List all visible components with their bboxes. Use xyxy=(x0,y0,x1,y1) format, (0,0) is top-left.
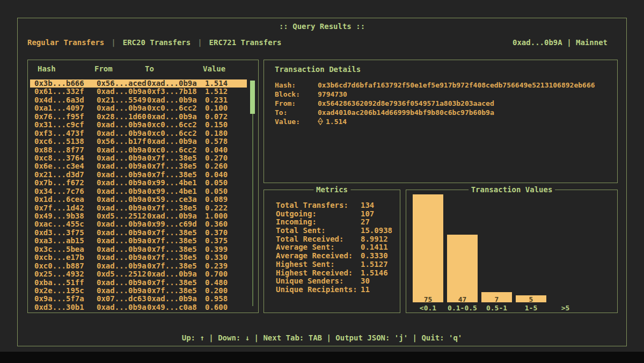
cell-to: 0xad...0b9a xyxy=(147,295,197,303)
chart-bar: 7 xyxy=(481,292,512,302)
table-header: HashFromToValue xyxy=(28,64,258,74)
cell-value: 0.480 xyxy=(205,279,228,287)
scrollbar-thumb[interactable] xyxy=(250,81,255,114)
table-row[interactable]: 0xd3...3f750xad...0b9a0x7f...38e50.370 xyxy=(30,229,247,237)
metric-value-total-sent: 15.0938 xyxy=(361,227,392,235)
cell-from: 0xad...0b9a xyxy=(97,146,147,154)
tab-bar: Regular Transfers|ERC20 Transfers|ERC721… xyxy=(27,38,617,49)
cell-from: 0x21...5549 xyxy=(97,96,147,104)
cell-from: 0xad...0b9a xyxy=(97,179,147,187)
table-row[interactable]: 0x4d...6a3d0x21...55490xad...0b9a0.231 xyxy=(30,96,247,104)
table-row[interactable]: 0x88...8f770xad...0b9a0xc0...6cc20.040 xyxy=(30,146,247,154)
cell-to: 0x7f...38e5 xyxy=(147,171,197,179)
metric-row-highest-sent: Highest Sent:1.5127 xyxy=(264,260,400,269)
metric-label-highest-sent: Highest Sent: xyxy=(276,260,335,269)
cell-hash: 0xc6...5138 xyxy=(34,137,84,146)
table-row[interactable]: 0xd3...30b10xad...0b9a0x49...c0a80.600 xyxy=(30,303,247,311)
tab-erc721-transfers[interactable]: ERC721 Transfers xyxy=(209,38,282,47)
detail-label-from: From: xyxy=(275,99,296,108)
table-row[interactable]: 0xba...51ff0xad...0b9a0x7f...38e50.480 xyxy=(30,279,247,287)
bottom-strip xyxy=(0,352,644,363)
metric-value-outgoing: 107 xyxy=(361,210,374,219)
cell-hash: 0xac...455c xyxy=(34,220,84,228)
cell-to: 0x7f...38e5 xyxy=(147,262,197,270)
cell-value: 0.330 xyxy=(205,253,228,262)
cell-value: 0.399 xyxy=(205,245,228,253)
chart-x-label: <0.1 xyxy=(413,304,443,312)
chart-bar-value: 47 xyxy=(458,295,467,303)
cell-from: 0xad...0b9a xyxy=(97,253,147,262)
table-row[interactable]: 0xac...455c0xad...0b9a0x99...c69d0.360 xyxy=(30,220,247,228)
table-row[interactable]: 0x61...332f0xad...0b9a0xf3...7b181.512 xyxy=(30,88,247,96)
table-row[interactable]: 0x3b...b6660x56...aced0xad...0b9a1.514 xyxy=(30,79,247,88)
chart-bar-value: 7 xyxy=(495,295,499,303)
table-row[interactable]: 0x34...7c760xad...0b9a0x99...4be10.050 xyxy=(30,187,247,195)
cell-from: 0xad...0b9a xyxy=(97,279,147,287)
cell-to: 0x7f...38e5 xyxy=(147,279,197,287)
cell-hash: 0xa1...4097 xyxy=(34,104,84,112)
chart-x-label: 1-5 xyxy=(516,304,546,312)
table-row[interactable]: 0x7b...f6720xad...0b9a0x99...4be10.050 xyxy=(30,179,247,187)
cell-hash: 0x49...9b38 xyxy=(34,212,84,220)
table-row[interactable]: 0xa1...40970xad...0b9a0xc0...6cc20.100 xyxy=(30,104,247,112)
metric-row-highest-received: Highest Received:1.5146 xyxy=(264,269,400,278)
table-row[interactable]: 0x9a...5f7a0x07...dc630xad...0b9a0.958 xyxy=(30,295,247,303)
table-row[interactable]: 0xcb...e17b0xad...0b9a0x7f...38e50.330 xyxy=(30,253,247,262)
cell-hash: 0xa3...ab15 xyxy=(34,237,84,245)
cell-value: 0.375 xyxy=(205,237,228,245)
table-row[interactable]: 0x21...d3d70xad...0b9a0x7f...38e50.040 xyxy=(30,171,247,179)
table-row[interactable]: 0x1d...6cea0xad...0b9a0x59...ce3a0.089 xyxy=(30,195,247,204)
cell-from: 0xad...0b9a xyxy=(97,104,147,112)
cell-to: 0x99...c69d xyxy=(147,220,197,228)
table-row[interactable]: 0x25...49320xd5...25120xad...0b9a0.700 xyxy=(30,270,247,278)
cell-from: 0xd5...2512 xyxy=(97,270,147,278)
detail-value-value: 1.514 xyxy=(318,117,347,127)
cell-value: 0.270 xyxy=(205,154,228,162)
table-row[interactable]: 0xa3...ab150xad...0b9a0x7f...38e50.375 xyxy=(30,237,247,245)
table-row[interactable]: 0x31...c9cf0xad...0b9a0xc0...6cc20.150 xyxy=(30,121,247,129)
metric-row-average-sent: Average Sent:0.1411 xyxy=(264,243,400,252)
table-row[interactable]: 0x76...f95f0x28...1d600xad...0b9a0.072 xyxy=(30,113,247,121)
details-fields: Hash:0x3b6cd7d6bfaf163792f50e1ef5e917b97… xyxy=(264,81,617,126)
cell-to: 0xad...0b9a xyxy=(147,113,197,121)
cell-from: 0xad...0b9a xyxy=(97,121,147,129)
cell-to: 0x7f...38e5 xyxy=(147,204,197,212)
scrollbar-track[interactable] xyxy=(252,114,253,306)
cell-hash: 0x21...d3d7 xyxy=(34,171,84,179)
table-row[interactable]: 0x6e...c3e40xad...0b9a0x7f...38e50.260 xyxy=(30,162,247,170)
cell-from: 0xad...0b9a xyxy=(97,88,147,96)
table-row[interactable]: 0x49...9b380xd5...25120xad...0b9a1.000 xyxy=(30,212,247,220)
detail-value-block: 9794730 xyxy=(318,90,347,99)
metrics-panel-title: Metrics xyxy=(313,185,350,194)
cell-hash: 0x2e...195c xyxy=(34,287,84,295)
cell-from: 0xd5...2512 xyxy=(97,212,147,220)
detail-field-hash: Hash:0x3b6cd7d6bfaf163792f50e1ef5e917b97… xyxy=(264,81,617,90)
column-header-value: Value xyxy=(203,64,225,73)
table-row[interactable]: 0xf3...473f0xad...0b9a0xc0...6cc20.180 xyxy=(30,129,247,137)
details-panel-title: Transaction Details xyxy=(275,65,361,74)
address-network-display: 0xad...0b9A | Mainnet xyxy=(513,38,608,47)
table-body: 0x3b...b6660x56...aced0xad...0b9a1.5140x… xyxy=(28,79,258,311)
table-row[interactable]: 0x2e...195c0xad...0b9a0x7f...38e50.200 xyxy=(30,287,247,295)
cell-to: 0x7f...38e5 xyxy=(147,245,197,253)
cell-from: 0xad...0b9a xyxy=(97,154,147,162)
cell-hash: 0x31...c9cf xyxy=(34,121,84,129)
cell-to: 0x7f...38e5 xyxy=(147,229,197,237)
chart-x-label: 0.1-0.5 xyxy=(447,304,478,312)
table-row[interactable]: 0x7f...1d420xad...0b9a0x7f...38e50.222 xyxy=(30,204,247,212)
cell-hash: 0x3c...5bea xyxy=(34,245,84,253)
cell-to: 0xad...0b9a xyxy=(147,270,197,278)
detail-label-value: Value: xyxy=(275,117,300,126)
tab-erc20-transfers[interactable]: ERC20 Transfers xyxy=(123,38,191,47)
tab-regular-transfers[interactable]: Regular Transfers xyxy=(27,38,104,47)
metric-label-total-sent: Total Sent: xyxy=(276,227,326,235)
detail-label-hash: Hash: xyxy=(275,81,296,90)
table-row[interactable]: 0xc6...51380x56...b17f0xad...0b9a0.578 xyxy=(30,137,247,146)
table-row[interactable]: 0x3c...5bea0xad...0b9a0x7f...38e50.399 xyxy=(30,245,247,253)
table-row[interactable]: 0xc8...37640xad...0b9a0x7f...38e50.270 xyxy=(30,154,247,162)
cell-value: 0.050 xyxy=(205,179,228,187)
cell-value: 0.100 xyxy=(205,104,228,112)
cell-value: 0.050 xyxy=(205,187,228,195)
metric-value-unique-senders: 30 xyxy=(361,277,370,286)
table-row[interactable]: 0xc0...b8870xad...0b9a0x7f...38e50.239 xyxy=(30,262,247,270)
